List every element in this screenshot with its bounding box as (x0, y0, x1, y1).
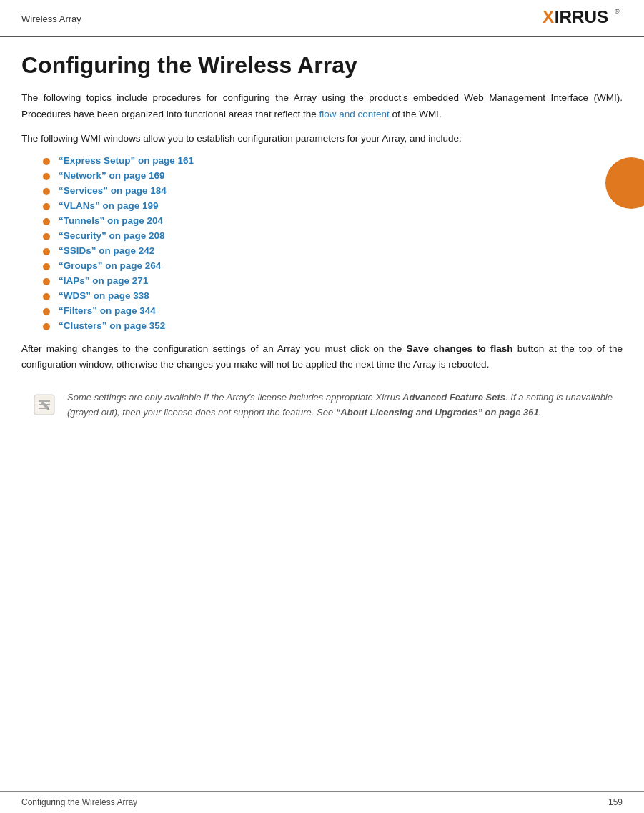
bullet-link-10[interactable]: “Filters” on page 344 (59, 305, 156, 316)
bullet-dot-icon (43, 158, 50, 165)
bullet-link-8[interactable]: “IAPs” on page 271 (59, 275, 148, 286)
footer-left: Configuring the Wireless Array (21, 797, 137, 807)
list-item[interactable]: “SSIDs” on page 242 (43, 245, 623, 256)
list-item[interactable]: “Services” on page 184 (43, 185, 623, 196)
save-changes-paragraph: After making changes to the configuratio… (21, 341, 623, 373)
page-title: Configuring the Wireless Array (21, 51, 623, 79)
note-text-1: Some settings are only available if the … (67, 392, 402, 403)
page-footer: Configuring the Wireless Array 159 (0, 791, 644, 813)
note-icon (31, 392, 57, 418)
topics-list: “Express Setup” on page 161“Network” on … (43, 155, 623, 331)
bullet-link-6[interactable]: “SSIDs” on page 242 (59, 245, 154, 256)
bullet-link-9[interactable]: “WDS” on page 338 (59, 290, 149, 301)
bullet-link-1[interactable]: “Network” on page 169 (59, 170, 165, 181)
list-item[interactable]: “WDS” on page 338 (43, 290, 623, 301)
bullet-dot-icon (43, 308, 50, 315)
save-changes-bold: Save changes to flash (406, 343, 512, 354)
svg-text:IRRUS: IRRUS (555, 7, 608, 26)
bullet-dot-icon (43, 233, 50, 240)
list-item[interactable]: “Network” on page 169 (43, 170, 623, 181)
svg-text:X: X (543, 7, 554, 26)
list-item[interactable]: “Tunnels” on page 204 (43, 215, 623, 226)
main-content: Configuring the Wireless Array The follo… (0, 37, 644, 455)
bullet-link-2[interactable]: “Services” on page 184 (59, 185, 167, 196)
bullet-link-7[interactable]: “Groups” on page 264 (59, 260, 161, 271)
bullet-dot-icon (43, 263, 50, 270)
note-text: Some settings are only available if the … (67, 390, 613, 420)
xirrus-logo: X IRRUS ® (543, 7, 623, 30)
bullet-link-0[interactable]: “Express Setup” on page 161 (59, 155, 194, 166)
list-item[interactable]: “Filters” on page 344 (43, 305, 623, 316)
note-licensing-link: “About Licensing and Upgrades” on page 3… (336, 407, 539, 418)
note-advanced-feature-sets: Advanced Feature Sets (402, 392, 505, 403)
svg-text:®: ® (615, 8, 620, 15)
bullet-dot-icon (43, 278, 50, 285)
list-item[interactable]: “Groups” on page 264 (43, 260, 623, 271)
footer-page-number: 159 (608, 797, 623, 807)
bullet-link-11[interactable]: “Clusters” on page 352 (59, 320, 165, 331)
flow-and-content-link[interactable]: flow and content (319, 109, 390, 119)
header-title: Wireless Array (21, 14, 81, 24)
note-box: Some settings are only available if the … (21, 383, 623, 428)
bullet-link-3[interactable]: “VLANs” on page 199 (59, 200, 159, 211)
note-text-3: . (539, 407, 542, 418)
list-item[interactable]: “Clusters” on page 352 (43, 320, 623, 331)
intro-paragraph-2: The following WMI windows allow you to e… (21, 131, 623, 147)
bullet-link-5[interactable]: “Security” on page 208 (59, 230, 165, 241)
bullet-link-4[interactable]: “Tunnels” on page 204 (59, 215, 163, 226)
bullet-dot-icon (43, 188, 50, 195)
bullet-dot-icon (43, 293, 50, 300)
intro-paragraph-1: The following topics include procedures … (21, 90, 623, 122)
bullet-dot-icon (43, 218, 50, 225)
page-header: Wireless Array X IRRUS ® (0, 0, 644, 37)
intro-text-after-link: of the WMI. (390, 109, 442, 119)
list-item[interactable]: “VLANs” on page 199 (43, 200, 623, 211)
list-item[interactable]: “Express Setup” on page 161 (43, 155, 623, 166)
save-text-before: After making changes to the configuratio… (21, 343, 406, 354)
bullet-dot-icon (43, 203, 50, 210)
list-item[interactable]: “Security” on page 208 (43, 230, 623, 241)
bullet-dot-icon (43, 248, 50, 255)
bullet-dot-icon (43, 323, 50, 330)
bullet-dot-icon (43, 173, 50, 180)
list-item[interactable]: “IAPs” on page 271 (43, 275, 623, 286)
